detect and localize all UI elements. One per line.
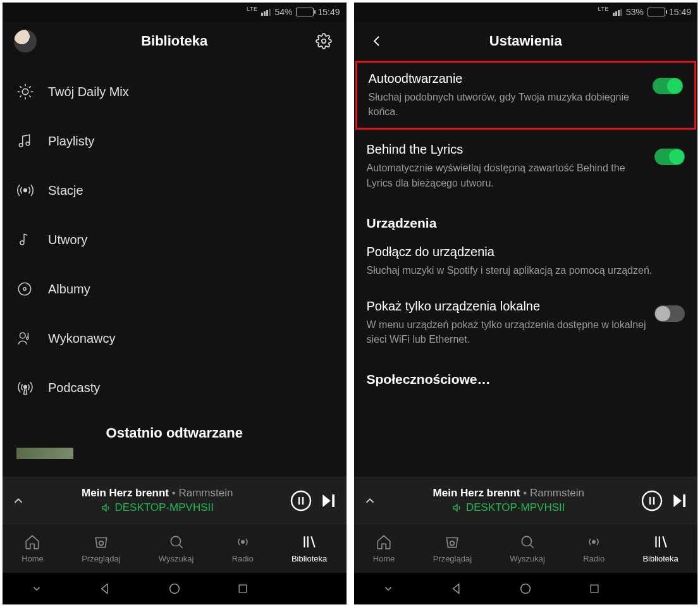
nav-label: Home (21, 554, 44, 563)
chevron-up-icon[interactable] (11, 494, 25, 508)
podcast-icon (16, 379, 48, 396)
library-item-stations[interactable]: Stacje (3, 166, 347, 215)
signal-icon (261, 9, 271, 16)
svg-line-30 (311, 536, 314, 547)
sys-menu-button[interactable] (372, 583, 404, 594)
svg-point-42 (593, 541, 595, 543)
setting-autoplay[interactable]: Autoodtwarzanie Słuchaj podobnych utworó… (369, 71, 684, 119)
now-playing-bar[interactable]: Mein Herz brennt • Rammstein DESKTOP-MPV… (3, 477, 347, 524)
library-icon (301, 534, 317, 550)
nav-library[interactable]: Biblioteka (292, 534, 327, 563)
chevron-up-icon[interactable] (363, 494, 377, 508)
sys-recent-button[interactable] (227, 582, 259, 595)
nav-browse[interactable]: Przeglądaj (433, 534, 472, 563)
now-playing-artist: Rammstein (530, 487, 584, 499)
toggle-autoplay[interactable] (653, 78, 683, 94)
toggle-behind-lyrics[interactable] (654, 149, 685, 165)
settings-list: Autoodtwarzanie Słuchaj podobnych utworó… (354, 61, 698, 477)
library-item-label: Albumy (48, 282, 90, 297)
speaker-icon (452, 503, 462, 513)
svg-line-41 (530, 544, 533, 548)
setting-connect-device[interactable]: Podłącz do urządzenia Słuchaj muzyki w S… (367, 235, 685, 289)
svg-point-0 (321, 39, 326, 44)
svg-point-40 (522, 536, 531, 546)
sys-back-button[interactable] (441, 582, 473, 596)
library-item-label: Stacje (48, 183, 83, 198)
now-playing-info: Mein Herz brennt • Rammstein DESKTOP-MPV… (383, 486, 635, 515)
nav-label: Home (373, 554, 395, 563)
nav-radio[interactable]: Radio (583, 534, 605, 563)
battery-icon (296, 8, 314, 16)
setting-title: Autoodtwarzanie (369, 71, 647, 86)
status-time: 15:49 (669, 7, 691, 17)
svg-rect-48 (591, 585, 598, 592)
page-title: Ustawienia (388, 33, 664, 49)
page-title: Biblioteka (37, 33, 312, 49)
setting-local-only[interactable]: Pokaż tylko urządzenia lokalne W menu ur… (367, 289, 685, 358)
nav-library[interactable]: Biblioteka (642, 534, 678, 563)
settings-header: Ustawienia (354, 21, 698, 61)
avatar[interactable] (14, 30, 37, 52)
library-item-label: Utwory (48, 233, 87, 247)
section-social: Społecznościowe… (367, 358, 685, 391)
sys-recent-button[interactable] (579, 582, 610, 595)
back-button[interactable] (365, 34, 388, 49)
system-nav (354, 573, 698, 604)
setting-behind-lyrics[interactable]: Behind the Lyrics Automatycznie wyświetl… (367, 132, 685, 201)
nav-search[interactable]: Wyszukaj (510, 534, 545, 563)
library-item-albums[interactable]: Albumy (3, 264, 347, 314)
recent-thumbnail[interactable] (16, 448, 73, 459)
now-playing-artist: Rammstein (178, 487, 233, 499)
phone-library: LTE 54% 15:49 Biblioteka Twój Daily Mix … (3, 3, 347, 604)
next-track-button[interactable] (670, 491, 689, 510)
home-icon (376, 534, 392, 550)
library-item-artists[interactable]: Wykonawcy (3, 314, 347, 363)
settings-button[interactable] (312, 33, 335, 49)
sys-home-button[interactable] (159, 582, 190, 596)
svg-marker-46 (453, 584, 458, 594)
signal-icon (613, 9, 622, 16)
setting-title: Pokaż tylko urządzenia lokalne (367, 299, 649, 314)
radio-icon (235, 534, 251, 550)
sys-menu-button[interactable] (21, 583, 52, 594)
pause-button[interactable] (641, 489, 663, 512)
svg-point-25 (171, 536, 180, 546)
sys-back-button[interactable] (90, 582, 121, 596)
nav-search[interactable]: Wyszukaj (159, 534, 194, 563)
sun-icon (16, 83, 48, 101)
nav-home[interactable]: Home (373, 534, 395, 563)
library-item-playlists[interactable]: Playlisty (3, 116, 347, 166)
nav-label: Biblioteka (642, 554, 678, 563)
pause-button[interactable] (290, 489, 312, 512)
library-header: Biblioteka (3, 21, 347, 61)
note-icon (16, 232, 48, 247)
section-devices: Urządzenia (367, 202, 685, 235)
nav-label: Radio (232, 554, 254, 563)
nav-radio[interactable]: Radio (232, 534, 254, 563)
library-item-podcasts[interactable]: Podcasty (3, 363, 347, 412)
battery-pct: 53% (626, 7, 644, 17)
toggle-local-only[interactable] (654, 305, 685, 322)
library-item-daily-mix[interactable]: Twój Daily Mix (3, 67, 347, 116)
now-playing-device: DESKTOP-MPVHSII (115, 501, 214, 515)
next-track-button[interactable] (319, 491, 338, 510)
browse-icon (93, 534, 109, 550)
now-playing-song: Mein Herz brennt (82, 487, 169, 499)
nav-browse[interactable]: Przeglądaj (82, 534, 120, 563)
svg-point-11 (26, 142, 29, 145)
bottom-nav: Home Przeglądaj Wyszukaj Radio Bibliotek… (3, 524, 347, 573)
setting-desc: Automatycznie wyświetlaj dostępną zawart… (367, 161, 649, 190)
setting-desc: W menu urządzeń pokaż tylko urządzenia d… (367, 317, 649, 346)
browse-icon (444, 534, 460, 550)
battery-pct: 54% (274, 7, 292, 17)
svg-point-24 (99, 541, 104, 546)
now-playing-bar[interactable]: Mein Herz brennt • Rammstein DESKTOP-MPV… (354, 477, 698, 524)
svg-point-14 (18, 283, 31, 295)
setting-desc: Słuchaj podobnych utworów, gdy Twoja muz… (369, 90, 647, 119)
nav-home[interactable]: Home (21, 534, 44, 563)
svg-marker-22 (322, 494, 331, 507)
now-playing-song: Mein Herz brennt (433, 487, 520, 499)
library-item-songs[interactable]: Utwory (3, 215, 347, 264)
sys-home-button[interactable] (510, 582, 541, 596)
status-bar: LTE 53% 15:49 (354, 3, 698, 21)
